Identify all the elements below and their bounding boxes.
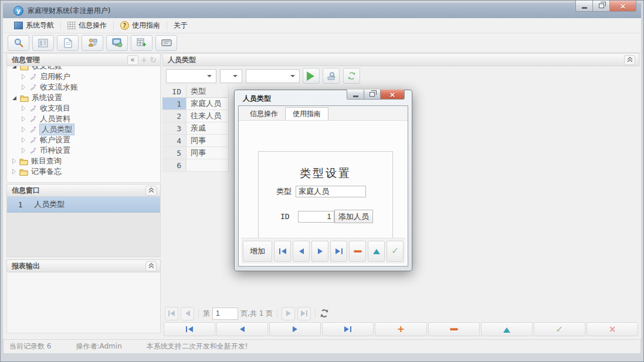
dialog-last-button[interactable]	[330, 241, 347, 262]
filter-field-combo[interactable]	[166, 69, 216, 83]
collapse-sidebar-button[interactable]: «	[127, 55, 138, 65]
folder-icon	[19, 168, 28, 176]
nav-next-button[interactable]	[269, 322, 321, 336]
refresh-page-button[interactable]	[320, 309, 329, 318]
menu-user-guide[interactable]: ? 使用指南	[114, 18, 167, 33]
tree-item-cashflow[interactable]: 收支流水账	[7, 82, 160, 93]
nav-first-button[interactable]	[164, 322, 215, 336]
tree-item-memo[interactable]: 记事备忘	[7, 166, 160, 177]
filter-value-combo[interactable]	[246, 69, 300, 83]
personnel-button[interactable]	[82, 35, 103, 51]
table-row[interactable]: 6	[162, 159, 229, 172]
collapse-info-window-button[interactable]	[145, 186, 157, 196]
dialog-edit-button[interactable]	[368, 241, 385, 262]
first-icon	[186, 326, 187, 332]
page-input[interactable]	[212, 308, 238, 320]
document-button[interactable]	[57, 35, 79, 51]
app-logo-icon: y	[13, 6, 23, 16]
minimize-button[interactable]	[575, 1, 593, 12]
tree-item-personnel-type[interactable]: 人员类型	[7, 124, 160, 135]
table-row[interactable]: 5 同事	[162, 147, 229, 159]
chevron-up-icon	[148, 187, 154, 193]
dialog-first-button[interactable]	[274, 241, 291, 262]
last-icon	[301, 310, 306, 316]
database-add-button[interactable]	[131, 35, 152, 51]
records-button[interactable]	[155, 35, 177, 51]
close-button[interactable]: ×	[610, 1, 636, 12]
filter-operator-combo[interactable]	[220, 69, 242, 83]
nav-insert-button[interactable]: +	[375, 322, 426, 336]
next-page-button[interactable]	[282, 307, 295, 320]
tree-item-system-settings[interactable]: 系统设置	[7, 93, 160, 103]
tree-item-label: 帐户设置	[40, 135, 70, 145]
cell-type: 同事	[187, 147, 229, 159]
tab-user-guide[interactable]: 使用指南	[285, 107, 328, 120]
type-input[interactable]	[296, 186, 366, 197]
search-button[interactable]	[8, 35, 29, 51]
menu-about[interactable]: 关于	[167, 18, 194, 33]
main-header: 人员类型	[162, 53, 639, 66]
table-row[interactable]: 2 往来人员	[162, 110, 229, 122]
dialog-add-button[interactable]: 增加	[243, 241, 272, 262]
wand-icon	[29, 136, 37, 144]
wand-icon	[29, 146, 37, 155]
table-row[interactable]: 4 同事	[162, 135, 229, 147]
tree-item-currency-settings[interactable]: 币种设置	[7, 145, 160, 156]
refresh-filter-button[interactable]	[343, 68, 360, 84]
dialog-minimize-button[interactable]	[347, 90, 364, 100]
column-header-type[interactable]: 类型	[187, 86, 229, 98]
edit-search-button[interactable]	[323, 68, 340, 84]
collapse-main-button[interactable]	[624, 55, 635, 65]
expanded-arrow-icon	[12, 66, 17, 69]
add-person-button[interactable]: 添加人员	[334, 210, 373, 223]
window-controls: ×	[575, 1, 636, 12]
tree-item-label: 人员资料	[40, 114, 70, 124]
tree-item-account-settings[interactable]: 帐户设置	[7, 135, 160, 145]
maximize-icon	[370, 92, 375, 97]
menu-system-navigation[interactable]: 系统导航	[8, 18, 60, 33]
dialog-next-button[interactable]	[311, 241, 328, 262]
collapsed-arrow-icon	[21, 116, 26, 122]
nav-edit-button[interactable]	[481, 322, 533, 336]
status-message-text: 本系统支持二次开发和全新开发!	[147, 341, 248, 351]
id-input[interactable]	[298, 211, 334, 223]
nav-prev-button[interactable]	[216, 322, 268, 336]
tree-item-account-query[interactable]: 账目查询	[7, 156, 160, 166]
minus-icon	[354, 250, 362, 252]
folder-icon	[19, 158, 28, 165]
table-row[interactable]: 3 亲戚	[162, 122, 229, 135]
menu-info-operation[interactable]: 信息操作	[61, 18, 113, 33]
report-output-title: 报表输出	[12, 261, 40, 271]
wand-icon	[29, 104, 37, 112]
tree-item-enable-account[interactable]: 启用帐户	[7, 71, 160, 82]
dialog-post-button[interactable]: ✓	[387, 241, 404, 262]
dialog-delete-button[interactable]	[349, 241, 366, 262]
nav-post-button[interactable]: ✓	[534, 322, 585, 336]
tree-item-income-expense[interactable]: 收支项目	[7, 103, 160, 114]
operator-text: 操作者:Admin	[76, 341, 121, 351]
chevron-up-icon	[148, 263, 154, 269]
tree-item-personnel-data[interactable]: 人员资料	[7, 114, 160, 124]
last-page-button[interactable]	[297, 307, 311, 320]
monitor-button[interactable]	[106, 35, 128, 51]
collapse-report-output-button[interactable]	[145, 261, 157, 271]
chevron-down-icon	[290, 75, 295, 80]
prev-page-button[interactable]	[181, 307, 194, 320]
nav-delete-button[interactable]	[428, 322, 480, 336]
tab-info-operation[interactable]: 信息操作	[243, 107, 285, 120]
nav-last-button[interactable]	[322, 322, 374, 336]
restore-button[interactable]	[593, 1, 610, 12]
nav-cancel-button[interactable]: ×	[587, 322, 638, 336]
menu-label: 使用指南	[132, 21, 160, 30]
first-page-button[interactable]	[165, 307, 178, 320]
dialog-close-button[interactable]: ×	[381, 90, 405, 100]
table-row[interactable]: 1 家庭人员	[162, 98, 229, 110]
dialog-prev-button[interactable]	[293, 241, 310, 262]
tree-item-clipped[interactable]: 收支记账	[7, 66, 160, 71]
run-filter-button[interactable]	[303, 68, 320, 84]
info-window-row[interactable]: 1 人员类型	[7, 197, 160, 213]
column-header-id[interactable]: ID	[162, 86, 187, 98]
dialog-maximize-button[interactable]	[364, 90, 381, 100]
report-list-button[interactable]	[32, 35, 54, 51]
first-icon	[282, 248, 286, 254]
